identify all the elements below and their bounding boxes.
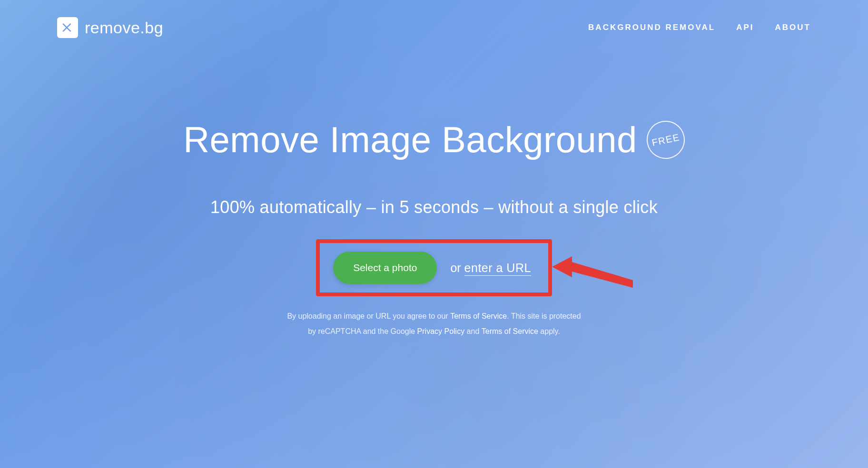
cta-highlight-box: Select a photo or enter a URL	[316, 239, 552, 296]
enter-url-link[interactable]: enter a URL	[464, 261, 531, 276]
cta-wrap: Select a photo or enter a URL	[0, 239, 868, 296]
legal-part: apply.	[538, 327, 560, 335]
logo[interactable]: remove.bg	[57, 17, 163, 38]
privacy-link[interactable]: Privacy Policy	[417, 327, 465, 335]
header: remove.bg BACKGROUND REMOVAL API ABOUT	[0, 0, 868, 38]
tos-link[interactable]: Terms of Service	[450, 312, 507, 320]
logo-mark-icon	[57, 17, 78, 38]
page-title: Remove Image Background	[183, 119, 637, 160]
or-text: or	[450, 261, 464, 274]
nav-api[interactable]: API	[736, 23, 754, 32]
title-row: Remove Image Background FREE	[0, 119, 868, 160]
legal-part: . This site is protected	[507, 312, 581, 320]
free-badge: FREE	[643, 117, 688, 162]
annotation-arrow-icon	[552, 248, 638, 302]
legal-text: By uploading an image or URL you agree t…	[0, 309, 868, 339]
logo-text: remove.bg	[85, 19, 163, 37]
nav-about[interactable]: ABOUT	[775, 23, 811, 32]
nav: BACKGROUND REMOVAL API ABOUT	[588, 23, 811, 32]
url-entry: or enter a URL	[450, 261, 531, 275]
subtitle: 100% automatically – in 5 seconds – with…	[0, 197, 868, 217]
legal-part: by reCAPTCHA and the Google	[308, 327, 417, 335]
main: Remove Image Background FREE 100% automa…	[0, 38, 868, 339]
legal-part: and	[464, 327, 482, 335]
select-photo-button[interactable]: Select a photo	[333, 252, 437, 284]
legal-part: By uploading an image or URL you agree t…	[287, 312, 450, 320]
svg-marker-0	[552, 256, 633, 288]
tos-link-2[interactable]: Terms of Service	[482, 327, 538, 335]
nav-background-removal[interactable]: BACKGROUND REMOVAL	[588, 23, 715, 32]
